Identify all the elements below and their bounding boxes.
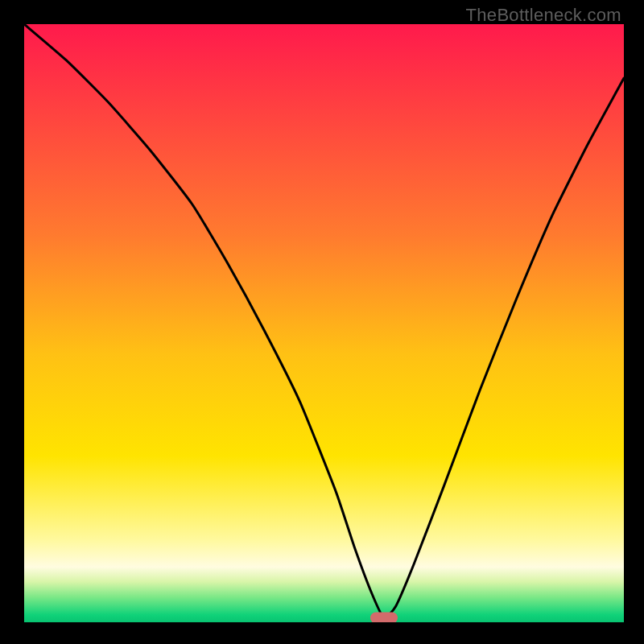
gradient-backdrop xyxy=(24,24,624,624)
chart-canvas: TheBottleneck.com xyxy=(0,0,644,644)
plot-area xyxy=(24,24,624,624)
plot-svg xyxy=(24,24,624,624)
optimal-marker xyxy=(370,613,398,624)
attribution-text: TheBottleneck.com xyxy=(466,5,621,26)
